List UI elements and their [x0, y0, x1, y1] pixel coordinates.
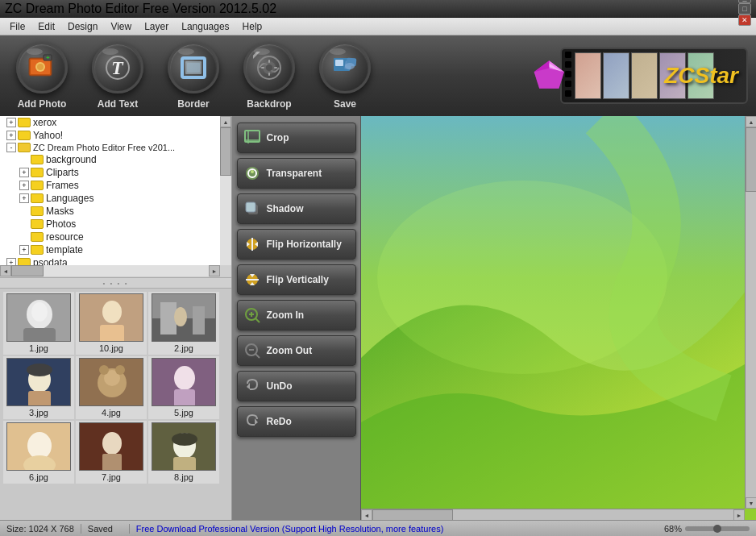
tree-hscroll[interactable]: ◄ ► [0, 265, 220, 276]
minimize-button[interactable]: _ [738, 0, 751, 3]
tree-expand-cliparts[interactable]: + [19, 168, 29, 177]
menu-edit[interactable]: Edit [31, 19, 61, 34]
folder-icon [31, 245, 44, 255]
thumb-label-9: 8.jpg [174, 472, 193, 482]
thumbnail-5[interactable]: 4.jpg [76, 356, 147, 419]
add-text-button[interactable]: T Add Text [92, 42, 143, 110]
crop-icon [243, 128, 262, 148]
tree-expand-frames[interactable]: + [19, 181, 29, 190]
close-button[interactable]: ✕ [738, 15, 751, 26]
vscroll-thumb[interactable] [220, 127, 231, 176]
menu-languages[interactable]: Languages [175, 19, 235, 34]
thumbnail-3[interactable]: 2.jpg [148, 292, 219, 355]
save-button[interactable]: Save [319, 42, 371, 110]
thumbnail-1[interactable]: 1.jpg [3, 292, 74, 355]
menu-bar: File Edit Design View Layer Languages He… [0, 18, 756, 35]
menu-help[interactable]: Help [236, 19, 269, 34]
status-saved: Saved [81, 524, 130, 534]
canvas-scroll-right[interactable]: ► [733, 509, 745, 520]
canvas-scroll-down[interactable]: ▼ [746, 497, 756, 509]
tree-expand-template[interactable]: + [19, 245, 29, 255]
border-button[interactable]: Border [168, 42, 219, 110]
add-text-icon: T [92, 42, 143, 93]
tree-expand-zcdream[interactable]: - [6, 143, 16, 152]
thumbnail-grid[interactable]: 1.jpg 10.jpg [0, 289, 231, 520]
thumb-grid-inner: 1.jpg 10.jpg [0, 289, 231, 487]
tree-item-masks[interactable]: Masks [19, 205, 220, 218]
shadow-label: Shadow [267, 203, 304, 214]
canvas-area[interactable]: ▲ ▼ ◄ ► [361, 116, 756, 520]
thumb-label-1: 1.jpg [29, 343, 48, 353]
zoom-out-button[interactable]: Zoom Out [237, 335, 356, 366]
tree-scroll[interactable]: + xerox + Yahoo! - ZC Dream Photo E [0, 116, 231, 276]
backdrop-button[interactable]: Backdrop [243, 42, 295, 110]
thumbnail-8[interactable]: 7.jpg [76, 421, 147, 484]
save-icon [319, 42, 371, 93]
tree-label-yahoo: Yahoo! [33, 130, 63, 141]
crop-label: Crop [267, 132, 289, 143]
tree-item-zcdream[interactable]: - ZC Dream Photo Editor Free v201... [6, 142, 220, 153]
zoom-thumb[interactable] [713, 525, 721, 533]
tree-item-template[interactable]: + template [19, 243, 220, 256]
scroll-right-arrow[interactable]: ► [209, 265, 220, 276]
canvas-scroll-up[interactable]: ▲ [746, 116, 756, 127]
flip-v-button[interactable]: Flip Vertically [237, 264, 356, 295]
folder-icon [31, 193, 44, 203]
canvas-vscroll[interactable]: ▲ ▼ [745, 116, 756, 509]
crop-button[interactable]: Crop [237, 123, 356, 153]
scroll-up-arrow[interactable]: ▲ [220, 116, 231, 127]
undo-button[interactable]: UnDo [237, 371, 356, 401]
canvas-hscroll[interactable]: ◄ ► [361, 509, 745, 520]
tree-expand-languages[interactable]: + [19, 193, 29, 203]
tree-item-background[interactable]: background [19, 153, 220, 166]
menu-design[interactable]: Design [61, 19, 104, 34]
tree-label-languages: Languages [46, 193, 93, 204]
zoom-in-button[interactable]: Zoom In [237, 300, 356, 330]
thumbnail-7[interactable]: 6.jpg [3, 421, 74, 484]
tree-expand-yahoo[interactable]: + [6, 131, 16, 140]
tree-vscroll[interactable]: ▲ ▼ [220, 116, 231, 276]
transparent-button[interactable]: Transparent [237, 158, 356, 189]
zoom-slider[interactable] [685, 526, 750, 531]
undo-label: UnDo [267, 380, 293, 392]
thumbnail-4[interactable]: 3.jpg [3, 356, 74, 419]
menu-layer[interactable]: Layer [138, 19, 175, 34]
svg-point-57 [102, 432, 122, 455]
thumbnail-2[interactable]: 10.jpg [76, 292, 147, 355]
file-tree[interactable]: + xerox + Yahoo! - ZC Dream Photo E [0, 116, 231, 277]
thumb-image-6 [152, 358, 216, 406]
shadow-icon [243, 199, 262, 218]
redo-button[interactable]: ReDo [237, 406, 356, 437]
flip-h-button[interactable]: Flip Horizontally [237, 229, 356, 260]
tree-item-cliparts[interactable]: + Cliparts [19, 166, 220, 179]
tree-item-yahoo[interactable]: + Yahoo! [6, 129, 220, 142]
add-photo-button[interactable]: + Add Photo [16, 42, 68, 110]
hscroll-thumb[interactable] [11, 265, 44, 276]
panel-separator[interactable]: • • • • [0, 277, 231, 289]
canvas-vthumb[interactable] [746, 127, 756, 192]
shadow-button[interactable]: Shadow [237, 193, 356, 224]
tree-item-resource[interactable]: resource [19, 231, 220, 243]
folder-icon [31, 168, 44, 177]
redo-label: ReDo [267, 416, 292, 427]
thumb-image-2 [79, 293, 143, 342]
canvas-hthumb[interactable] [372, 509, 453, 520]
thumbnail-6[interactable]: 5.jpg [148, 356, 219, 419]
svg-text:T: T [111, 57, 124, 78]
thumb-label-7: 6.jpg [29, 472, 48, 482]
maximize-button[interactable]: □ [738, 3, 751, 15]
tree-item-languages[interactable]: + Languages [19, 192, 220, 205]
tree-item-photos[interactable]: Photos [19, 218, 220, 231]
svg-rect-12 [253, 52, 263, 65]
menu-view[interactable]: View [104, 19, 138, 34]
tree-item-xerox[interactable]: + xerox [6, 116, 220, 129]
thumbnail-9[interactable]: 8.jpg [148, 421, 219, 484]
scroll-left-arrow[interactable]: ◄ [0, 265, 11, 276]
tree-item-frames[interactable]: + Frames [19, 179, 220, 192]
flip-v-label: Flip Vertically [267, 274, 329, 285]
thumb-image-5 [79, 358, 143, 406]
canvas-scroll-left[interactable]: ◄ [361, 509, 372, 520]
folder-icon [18, 143, 31, 152]
tree-expand-xerox[interactable]: + [6, 118, 16, 127]
menu-file[interactable]: File [3, 19, 31, 34]
